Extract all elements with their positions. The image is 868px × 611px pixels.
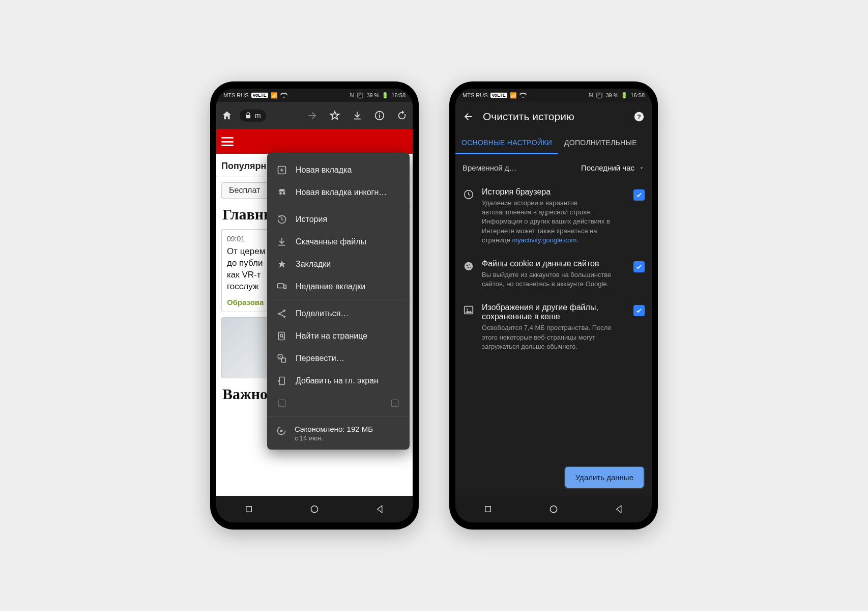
lock-icon (245, 112, 252, 119)
tab-advanced[interactable]: ДОПОЛНИТЕЛЬНЫЕ (558, 131, 643, 154)
info-icon[interactable] (374, 110, 385, 121)
refresh-icon[interactable] (396, 110, 408, 121)
checkbox-checked[interactable] (633, 189, 645, 201)
svg-point-25 (467, 265, 468, 266)
delete-data-button[interactable]: Удалить данные (565, 467, 644, 488)
recent-apps-icon[interactable] (482, 504, 494, 515)
menu-recent-tabs[interactable]: Недавние вкладки (267, 275, 410, 298)
data-saver-row[interactable]: Сэкономлено: 192 МБ с 14 июн. (267, 419, 410, 445)
wifi-icon (280, 93, 287, 98)
option-history[interactable]: История браузера Удаление истории и вари… (455, 180, 652, 252)
screen-left: MTS RUS VoLTE 📶 ℕ 📳 39 % 🔋 16:58 (216, 89, 413, 522)
myactivity-link[interactable]: myactivity.google.com (512, 236, 577, 244)
time-range-dropdown[interactable]: Последний час (581, 163, 645, 172)
home-nav-icon[interactable] (309, 504, 320, 515)
svg-text:A: A (279, 355, 281, 358)
svg-point-24 (465, 262, 473, 271)
svg-point-28 (470, 267, 471, 268)
time-range-label: Временной д… (462, 163, 517, 172)
checkbox-checked[interactable] (633, 305, 645, 316)
svg-rect-15 (278, 400, 285, 407)
button-row: Удалить данные (455, 462, 652, 496)
filter-pill[interactable]: Бесплат (221, 182, 268, 199)
back-arrow-icon[interactable] (462, 111, 474, 122)
home-nav-icon[interactable] (548, 504, 559, 515)
phone-right: MTS RUS VoLTE 📶 ℕ 📳 39 % 🔋 16:58 Очистит… (449, 81, 658, 530)
svg-rect-1 (379, 115, 380, 118)
tab-basic[interactable]: ОСНОВНЫЕ НАСТРОЙКИ (455, 131, 558, 154)
battery-icon: 🔋 (621, 92, 628, 99)
time-range-value: Последний час (581, 163, 634, 172)
recent-apps-icon[interactable] (243, 504, 254, 515)
help-icon[interactable]: ? (633, 111, 645, 122)
back-nav-icon[interactable] (374, 504, 386, 515)
url-bar[interactable]: m (240, 109, 266, 122)
signal-icon: 📶 (271, 92, 278, 99)
home-icon[interactable] (221, 110, 233, 121)
menu-bookmarks[interactable]: Закладки (267, 253, 410, 275)
battery-pct: 39 % (605, 92, 618, 98)
option-cookies[interactable]: Файлы cookie и данные сайтов Вы выйдете … (455, 252, 652, 296)
menu-add-home[interactable]: Добавить на гл. экран (267, 370, 410, 392)
svg-rect-5 (284, 285, 286, 289)
menu-translate[interactable]: A Перевести… (267, 347, 410, 370)
nfc-icon: ℕ (589, 92, 593, 99)
history-icon (462, 188, 475, 201)
option-desc: Вы выйдете из аккаунтов на большинстве с… (482, 270, 626, 289)
time-range-row: Временной д… Последний час (455, 154, 652, 177)
svg-rect-16 (391, 400, 398, 407)
checkbox-icon (276, 398, 287, 409)
menu-share[interactable]: Поделиться… (267, 302, 410, 325)
settings-header: Очистить историю ? (455, 102, 652, 131)
checkbox-checked[interactable] (633, 261, 645, 272)
android-navbar (216, 496, 413, 522)
overflow-menu: Новая вкладка Новая вкладка инкогн… Исто… (267, 153, 410, 450)
menu-label: Скачанные файлы (296, 237, 366, 246)
menu-label: История (296, 215, 327, 224)
clock: 16:58 (630, 92, 645, 98)
svg-point-18 (280, 430, 283, 432)
carrier-label: MTS RUS (462, 92, 488, 98)
option-title: Изображения и другие файлы, сохраненные … (482, 303, 626, 321)
add-home-icon (276, 375, 287, 386)
wifi-icon (519, 93, 527, 98)
option-title: Файлы cookie и данные сайтов (482, 259, 626, 268)
image-icon (462, 304, 475, 316)
svg-point-20 (311, 506, 317, 512)
status-bar: MTS RUS VoLTE 📶 ℕ 📳 39 % 🔋 16:58 (455, 89, 652, 102)
chevron-down-icon (639, 165, 645, 171)
hamburger-icon[interactable] (221, 137, 234, 146)
menu-cutoff-item[interactable] (267, 392, 410, 414)
data-saver-icon (276, 426, 286, 436)
tabs-row: ОСНОВНЫЕ НАСТРОЙКИ ДОПОЛНИТЕЛЬНЫЕ (455, 131, 652, 154)
menu-new-tab[interactable]: Новая вкладка (267, 159, 410, 181)
page-content: Популярн Бесплат Главнь 09:01 От церем д… (216, 129, 413, 496)
star-icon[interactable] (329, 110, 340, 121)
cookie-icon (462, 260, 475, 272)
download-icon[interactable] (352, 110, 363, 121)
volte-badge: VoLTE (490, 93, 507, 98)
menu-label: Найти на странице (296, 331, 367, 341)
back-nav-icon[interactable] (614, 504, 625, 515)
menu-new-incognito[interactable]: Новая вкладка инкогн… (267, 181, 410, 204)
menu-downloads[interactable]: Скачанные файлы (267, 231, 410, 253)
svg-rect-4 (278, 284, 284, 288)
status-bar: MTS RUS VoLTE 📶 ℕ 📳 39 % 🔋 16:58 (216, 89, 413, 102)
svg-rect-14 (279, 377, 284, 385)
menu-label: Поделиться… (296, 309, 349, 318)
menu-label: Недавние вкладки (296, 282, 365, 291)
menu-history[interactable]: История (267, 208, 410, 231)
share-icon (276, 308, 287, 319)
history-icon (276, 214, 287, 225)
clock: 16:58 (391, 92, 406, 98)
battery-icon: 🔋 (382, 92, 389, 99)
clear-options-list: История браузера Удаление истории и вари… (455, 177, 652, 462)
menu-find[interactable]: Найти на странице (267, 325, 410, 347)
find-in-page-icon (276, 330, 287, 342)
option-cache[interactable]: Изображения и другие файлы, сохраненные … (455, 296, 652, 358)
menu-label: Новая вкладка (296, 165, 352, 175)
svg-rect-31 (485, 507, 491, 512)
forward-icon[interactable] (307, 110, 318, 121)
android-navbar (455, 496, 652, 522)
battery-pct: 39 % (366, 92, 379, 98)
